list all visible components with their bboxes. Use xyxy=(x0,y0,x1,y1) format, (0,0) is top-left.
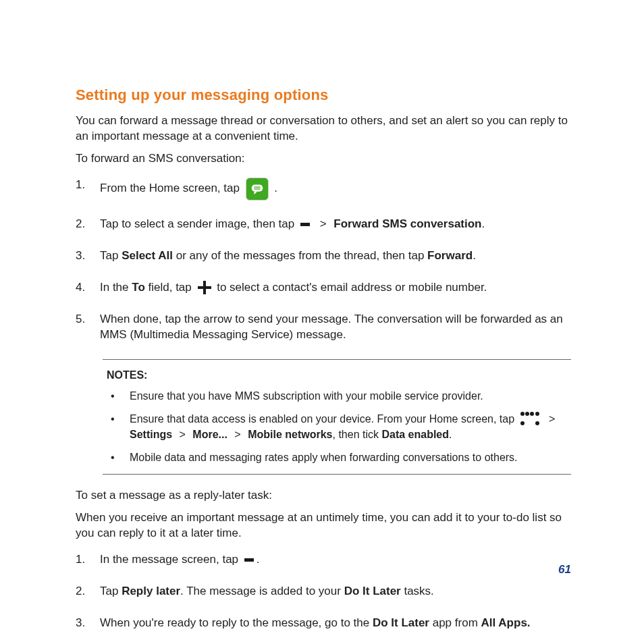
step-bold: Select All xyxy=(122,249,173,262)
bullet: • xyxy=(107,412,130,442)
step-bold: Forward SMS conversation xyxy=(333,217,481,232)
step-2b: 2. Tap Reply later. The message is added… xyxy=(76,584,571,599)
vertical-dots-icon xyxy=(300,217,310,232)
step-bold: Do It Later xyxy=(373,616,429,629)
note-text: . xyxy=(449,427,452,442)
subhead-1: To set a message as a reply-later task: xyxy=(76,488,571,504)
step-bold: Do It Later xyxy=(344,585,401,597)
intro-paragraph-1: You can forward a message thread or conv… xyxy=(76,113,571,144)
svg-rect-0 xyxy=(251,184,263,191)
note-item: • Ensure that you have MMS subscription … xyxy=(107,389,567,404)
section-title: Setting up your messaging options xyxy=(76,86,571,104)
step-text: When you're ready to reply to the messag… xyxy=(100,616,373,629)
step-number: 3. xyxy=(76,248,100,264)
step-text: field, tap xyxy=(145,280,195,296)
step-number: 1. xyxy=(76,178,100,193)
apps-grid-icon xyxy=(520,412,539,425)
note-item: • Ensure that data access is enabled on … xyxy=(107,412,567,442)
steps-list-2: 1. In the message screen, tap . 2. Tap R… xyxy=(76,552,571,631)
gt-separator: > xyxy=(317,217,329,232)
step-number: 3. xyxy=(76,616,100,631)
step-text: to select a contact's email address or m… xyxy=(214,280,487,296)
note-text: Ensure that data access is enabled on yo… xyxy=(130,412,518,427)
note-bold: Data enabled xyxy=(381,427,449,442)
step-text: . The message is added to your xyxy=(180,585,344,597)
bullet: • xyxy=(107,389,130,404)
notes-box: NOTES: • Ensure that you have MMS subscr… xyxy=(103,359,571,475)
step-bold: To xyxy=(132,280,145,296)
step-text: . xyxy=(271,181,277,196)
step-text: . xyxy=(473,249,476,262)
step-bold: Reply later xyxy=(122,585,180,597)
step-number: 5. xyxy=(76,312,100,327)
manual-page: Setting up your messaging options You ca… xyxy=(0,0,644,644)
step-text: Tap to select a sender image, then tap xyxy=(100,217,298,232)
page-number: 61 xyxy=(558,563,571,576)
gt-separator: > xyxy=(232,427,244,442)
step-bold: Forward xyxy=(427,249,473,262)
intro-paragraph-2: To forward an SMS conversation: xyxy=(76,151,571,167)
note-bold: Mobile networks xyxy=(248,427,332,442)
note-text: , then tick xyxy=(333,427,382,442)
note-bold: More... xyxy=(192,427,227,442)
step-1b: 1. In the message screen, tap . xyxy=(76,552,571,568)
step-3: 3. Tap Select All or any of the messages… xyxy=(76,248,571,264)
messaging-app-icon xyxy=(246,178,269,200)
note-text: Ensure that you have MMS subscription wi… xyxy=(130,389,567,404)
step-text: tasks. xyxy=(401,585,434,597)
step-text: . xyxy=(482,217,485,232)
gt-separator: > xyxy=(546,412,558,427)
step-text: Tap xyxy=(100,585,122,597)
bullet: • xyxy=(107,450,130,465)
step-text: From the Home screen, tap xyxy=(100,181,243,196)
step-1: 1. From the Home screen, tap . xyxy=(76,178,571,200)
step-text: In the xyxy=(100,280,132,296)
note-text: Mobile data and messaging rates apply wh… xyxy=(130,450,567,465)
step-number: 2. xyxy=(76,217,100,232)
step-bold: All Apps. xyxy=(481,616,531,629)
step-4: 4. In the To field, tap to select a cont… xyxy=(76,280,571,296)
step-text: When done, tap the arrow to send your me… xyxy=(100,312,571,343)
step-text: In the message screen, tap xyxy=(100,552,242,568)
vertical-dots-icon xyxy=(244,553,254,568)
step-text: app from xyxy=(429,616,481,629)
plus-icon xyxy=(198,281,211,294)
step-text: . xyxy=(257,552,260,568)
step-number: 4. xyxy=(76,280,100,296)
step-3b: 3. When you're ready to reply to the mes… xyxy=(76,616,571,631)
note-item: • Mobile data and messaging rates apply … xyxy=(107,450,567,465)
gt-separator: > xyxy=(176,427,188,442)
notes-title: NOTES: xyxy=(107,368,567,383)
steps-list-1: 1. From the Home screen, tap . 2. Tap to… xyxy=(76,178,571,343)
step-text: or any of the messages from the thread, … xyxy=(173,249,427,262)
note-bold: Settings xyxy=(130,427,172,442)
step-2: 2. Tap to select a sender image, then ta… xyxy=(76,217,571,232)
step-5: 5. When done, tap the arrow to send your… xyxy=(76,312,571,343)
step-number: 1. xyxy=(76,552,100,568)
subhead-2: When you receive an important message at… xyxy=(76,510,571,541)
step-number: 2. xyxy=(76,584,100,599)
step-text: Tap xyxy=(100,249,122,262)
notes-list: • Ensure that you have MMS subscription … xyxy=(107,389,567,464)
